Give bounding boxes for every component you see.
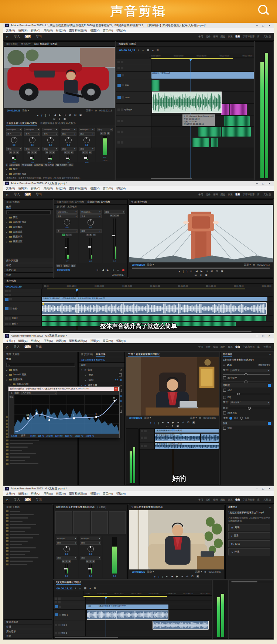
effects-tree-item[interactable]: ▸视频过渡 (4, 239, 53, 244)
menu-item[interactable]: 标记(M) (56, 29, 66, 32)
transport-icon[interactable]: ⇤ (49, 114, 51, 117)
fader-rail[interactable] (31, 155, 32, 160)
fader-area[interactable] (104, 218, 125, 259)
msr-buttons[interactable]: MSR (24, 151, 40, 154)
panel-tab[interactable]: 历史记录 (4, 268, 53, 272)
fader-area[interactable] (24, 155, 40, 161)
track-badge[interactable] (117, 109, 120, 111)
workspace-tab[interactable]: 颜色 (220, 498, 225, 502)
workspace-tab[interactable]: 组件 (206, 498, 211, 502)
fader-area[interactable] (104, 537, 125, 574)
menu-item[interactable]: 帮助(H) (116, 492, 126, 496)
track-selector[interactable] (117, 74, 121, 77)
timeline-tool-icon[interactable]: ∩ (79, 587, 81, 590)
s-button[interactable]: S (66, 234, 69, 236)
timeline-tool-icon[interactable]: ⚙ (94, 587, 96, 590)
track-header[interactable] (116, 116, 151, 126)
workspace-tab[interactable]: 编辑 (213, 345, 218, 349)
transport-icon[interactable]: ▭ (194, 273, 197, 276)
track-header[interactable] (54, 600, 86, 604)
timeline-tool-icon[interactable]: ▦ (147, 49, 150, 52)
track-header[interactable]: 音频 1 (4, 302, 42, 315)
workspace-tab[interactable]: 颜色 (220, 345, 225, 349)
home-icon[interactable]: ⌂ (6, 498, 8, 502)
program-timecode[interactable]: 00:00:26;21 (7, 109, 20, 112)
bin-item[interactable] (4, 553, 52, 556)
tab-clip-mixer[interactable]: 音频剪辑混合器: 太空电梯 (57, 200, 84, 204)
tab-audio-track-mixer[interactable]: 音轨混合器: 枪战短片-无配乐 (6, 122, 37, 125)
eq-preset-dropdown[interactable]: 嘈杂对话 *▾ (230, 401, 270, 404)
s-button[interactable]: S (113, 214, 116, 217)
track-header[interactable] (4, 293, 42, 296)
fader-thumb[interactable] (30, 157, 33, 159)
dialog-close-icon[interactable]: × (114, 387, 118, 391)
timeline-clip[interactable]: 1麦克莱特董事长现场采访01.mp4 (98, 605, 168, 609)
track-badge[interactable] (55, 597, 57, 600)
workspace-tab[interactable]: 学习 (198, 498, 203, 502)
fader-thumb[interactable] (88, 568, 91, 569)
playhead[interactable] (106, 597, 106, 637)
pan-knob[interactable] (64, 546, 70, 552)
r-button[interactable]: R (93, 234, 96, 236)
send-dropdown[interactable]: 混合▾ (61, 132, 76, 136)
menu-item[interactable]: 帮助(H) (116, 187, 126, 190)
workspace-tab[interactable]: 组件 (206, 35, 211, 38)
m-button[interactable]: M (62, 560, 65, 563)
r-button[interactable]: R (116, 214, 119, 217)
settings-wrench-icon[interactable]: ⚙ (199, 417, 201, 420)
automation-mode-dropdown[interactable]: 读取▾ (80, 556, 101, 559)
pan-knob[interactable] (11, 137, 17, 143)
timeline-timecode[interactable]: 00:00:26;21 (119, 49, 136, 52)
clarity-section[interactable]: 透明度 (220, 383, 273, 388)
track-badge[interactable] (117, 141, 120, 144)
program-scrollbar[interactable] (129, 267, 273, 269)
automation-mode-dropdown[interactable]: 读取▾ (97, 128, 113, 131)
menu-item[interactable]: 视图(V) (90, 492, 100, 496)
eq-frequency-value[interactable]: 19546 Hz (86, 435, 95, 437)
track-badge[interactable] (141, 445, 143, 447)
bin-item[interactable] (4, 543, 52, 546)
bin-item[interactable] (4, 462, 77, 465)
input-dropdown[interactable]: Micropho...▾ (79, 128, 95, 131)
audio-type-button[interactable]: FxSFX (228, 540, 270, 547)
timeline-clip[interactable] (151, 80, 160, 91)
track-header[interactable] (140, 442, 155, 449)
effects-tree-item[interactable]: ▸音频效果 (4, 225, 53, 230)
maximize-button[interactable]: □ (262, 24, 264, 27)
eq-preset-dropdown[interactable]: 人声增强▾ (21, 391, 57, 395)
tab-program-monitor[interactable]: 节目: 枪战短片-无配乐 (34, 42, 57, 46)
transport-icon[interactable]: { (41, 114, 42, 117)
transport-icon[interactable]: ♦ (154, 575, 155, 578)
automation-mode-dropdown[interactable]: 读取▾ (6, 147, 22, 151)
timeline-clip[interactable]: 1麦克莱特董事长郎明试.mp4 [V] (155, 429, 219, 433)
audio-type-button[interactable]: ♪音乐 (228, 532, 270, 539)
tab-untitled[interactable]: (无标题) (98, 506, 106, 509)
workspace-tab[interactable]: 编辑 (213, 193, 218, 196)
transport-icon[interactable]: ⇄ (182, 421, 184, 424)
track-header[interactable] (116, 59, 151, 65)
track-lane[interactable]: 1麦克莱特董事长郎明试.mp4 [V] (155, 433, 219, 442)
send-dropdown[interactable]: 混合▾ (80, 214, 101, 218)
timeline-clip[interactable] (42, 316, 266, 321)
horizontal-scrollbar[interactable] (116, 178, 254, 180)
m-button[interactable]: M (86, 234, 89, 236)
bin-item[interactable] (4, 513, 52, 516)
fader-rail[interactable] (13, 155, 14, 160)
panel-tab[interactable]: 标记 (4, 263, 53, 268)
send-dropdown[interactable]: 混合▾ (42, 132, 58, 136)
workspace-tab[interactable]: 学习 (198, 193, 203, 196)
track-header[interactable]: 音频 3 (54, 630, 86, 636)
effects-tree-item[interactable]: ▸预设 (4, 368, 77, 372)
s-button[interactable]: S (85, 151, 88, 154)
mode-tab[interactable]: 导入 (14, 34, 20, 39)
track-header[interactable] (54, 604, 86, 609)
fader-thumb[interactable] (64, 568, 67, 569)
bin-item[interactable] (4, 449, 77, 452)
mixer-channel-name[interactable]: A9 枪声02 (44, 163, 54, 166)
transport-icon[interactable]: { (154, 421, 155, 424)
track-selector[interactable] (5, 298, 8, 301)
timeline-clip[interactable]: 【未来纪录14K 60帧】太空电梯概念亮相：单日最高可运输_超清 4K.mp4 … (42, 297, 267, 301)
insert-slot[interactable] (91, 511, 108, 534)
track-badge[interactable] (117, 131, 120, 133)
send-dropdown[interactable]: 混合▾ (6, 132, 22, 136)
